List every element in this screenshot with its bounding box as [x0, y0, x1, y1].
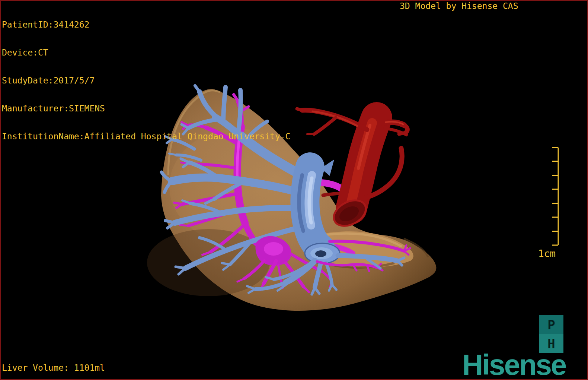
- patient-id-text: PatientID:3414262: [2, 20, 290, 29]
- institution-text: InstitutionName:Affiliated Hospital Qing…: [2, 132, 290, 141]
- ph-logo: P H: [539, 315, 563, 353]
- liver-volume-text: Liver Volume: 1101ml: [2, 363, 105, 373]
- watermark-text: 3D Model by Hisense CAS: [400, 1, 518, 11]
- device-text: Device:CT: [2, 48, 290, 57]
- scale-bar: 1cm: [538, 148, 558, 259]
- manufacturer-text: Manufacturer:SIEMENS: [2, 104, 290, 113]
- scale-bar-label: 1cm: [538, 248, 556, 259]
- study-date-text: StudyDate:2017/5/7: [2, 76, 290, 85]
- ph-logo-top-block: P: [539, 315, 563, 334]
- hisense-wordmark: Hisense: [462, 348, 566, 380]
- patient-info-overlay: PatientID:3414262 Device:CT StudyDate:20…: [2, 1, 290, 160]
- viewer-screen: 1cm PatientID:3414262 Device:CT StudyDat…: [0, 0, 588, 380]
